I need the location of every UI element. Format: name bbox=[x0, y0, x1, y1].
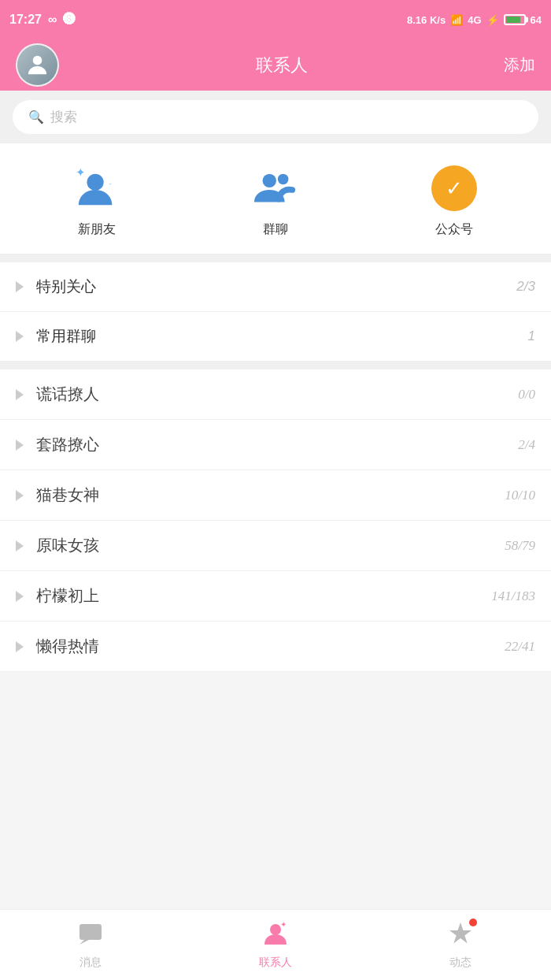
common-groups-count: 1 bbox=[528, 329, 535, 344]
svg-marker-7 bbox=[80, 940, 89, 945]
sub-item-label-5: 懒得热情 bbox=[36, 636, 99, 657]
search-placeholder: 搜索 bbox=[50, 108, 77, 126]
sub-item-3[interactable]: 原味女孩 58/79 bbox=[0, 521, 551, 571]
app-icon: 🅢 bbox=[63, 13, 76, 27]
list-item-left: 特别关心 bbox=[16, 277, 96, 297]
sub-arrow-2 bbox=[16, 490, 24, 501]
infinity-icon: ∞ bbox=[48, 13, 57, 27]
sub-item-label-1: 套路撩心 bbox=[36, 434, 99, 455]
sub-item-left-5: 懒得热情 bbox=[16, 636, 99, 657]
divider-1 bbox=[0, 254, 551, 262]
special-care-label: 特别关心 bbox=[36, 277, 96, 297]
sub-arrow-0 bbox=[16, 389, 24, 400]
list-item-common-groups[interactable]: 常用群聊 1 bbox=[0, 312, 551, 362]
sub-item-left-3: 原味女孩 bbox=[16, 535, 99, 556]
sub-item-label-0: 谎话撩人 bbox=[36, 384, 99, 405]
avatar[interactable] bbox=[16, 43, 59, 87]
official-account-icon: ✓ bbox=[429, 163, 479, 213]
svg-point-8 bbox=[270, 924, 281, 935]
quick-actions-section: ✦ · 新朋友 群聊 ✓ 公众号 bbox=[0, 143, 551, 254]
divider-2 bbox=[0, 362, 551, 369]
sub-item-1[interactable]: 套路撩心 2/4 bbox=[0, 420, 551, 470]
moments-badge bbox=[469, 919, 477, 926]
official-icon-badge: ✓ bbox=[431, 165, 477, 211]
group-chat-icon bbox=[250, 163, 301, 213]
contacts-icon: ✦ bbox=[263, 921, 288, 952]
nav-item-moments[interactable]: 动态 bbox=[448, 921, 473, 970]
sub-item-count-0: 0/0 bbox=[518, 387, 535, 403]
search-input-wrapper[interactable]: 🔍 搜索 bbox=[13, 100, 538, 134]
list-item-left-2: 常用群聊 bbox=[16, 326, 96, 347]
sub-item-left-0: 谎话撩人 bbox=[16, 384, 99, 405]
sub-item-count-1: 2/4 bbox=[518, 437, 535, 453]
svg-point-5 bbox=[278, 174, 289, 185]
bottom-nav: 消息 ✦ 联系人 动态 bbox=[0, 909, 551, 980]
sub-item-label-3: 原味女孩 bbox=[36, 535, 99, 556]
svg-marker-10 bbox=[449, 922, 471, 944]
svg-point-0 bbox=[33, 56, 43, 65]
official-account-label: 公众号 bbox=[435, 221, 473, 238]
quick-action-official[interactable]: ✓ 公众号 bbox=[429, 163, 479, 238]
common-groups-label: 常用群聊 bbox=[36, 326, 96, 347]
sub-item-0[interactable]: 谎话撩人 0/0 bbox=[0, 369, 551, 420]
group-chat-label: 群聊 bbox=[263, 221, 288, 238]
sub-item-2[interactable]: 猫巷女神 10/10 bbox=[0, 470, 551, 521]
sub-item-count-4: 141/183 bbox=[491, 588, 535, 604]
sub-arrow-3 bbox=[16, 540, 24, 551]
nav-item-messages[interactable]: 消息 bbox=[78, 921, 103, 970]
network-speed: 8.16 K/s bbox=[407, 14, 446, 26]
battery-fill bbox=[506, 17, 520, 23]
sub-item-left-2: 猫巷女神 bbox=[16, 484, 99, 506]
special-care-count: 2/3 bbox=[516, 279, 535, 295]
quick-action-new-friend[interactable]: ✦ · 新朋友 bbox=[72, 163, 122, 238]
status-left: 17:27 ∞ 🅢 bbox=[9, 13, 76, 27]
svg-point-1 bbox=[87, 174, 104, 191]
sub-item-count-2: 10/10 bbox=[505, 488, 535, 503]
battery-indicator bbox=[504, 14, 526, 25]
contacts-label: 联系人 bbox=[259, 956, 292, 970]
arrow-icon bbox=[16, 281, 24, 292]
search-icon: 🔍 bbox=[28, 110, 44, 124]
svg-point-4 bbox=[263, 174, 276, 187]
list-item-special-care[interactable]: 特别关心 2/3 bbox=[0, 262, 551, 312]
sub-item-5[interactable]: 懒得热情 22/41 bbox=[0, 622, 551, 672]
sub-arrow-1 bbox=[16, 440, 24, 451]
svg-rect-6 bbox=[80, 924, 102, 940]
add-button[interactable]: 添加 bbox=[504, 54, 535, 76]
sub-arrow-5 bbox=[16, 641, 24, 652]
svg-text:✦: ✦ bbox=[280, 921, 287, 929]
wifi-icon: 📶 bbox=[450, 14, 463, 26]
messages-icon bbox=[78, 921, 103, 952]
sub-item-4[interactable]: 柠檬初上 141/183 bbox=[0, 571, 551, 622]
moments-icon bbox=[448, 921, 473, 952]
avatar-placeholder bbox=[17, 45, 57, 85]
sub-item-count-5: 22/41 bbox=[505, 639, 535, 655]
svg-text:✦: ✦ bbox=[76, 165, 86, 179]
status-bar: 17:27 ∞ 🅢 8.16 K/s 📶 4G ⚡ 64 bbox=[0, 0, 551, 39]
header: 联系人 添加 bbox=[0, 39, 551, 91]
new-friend-label: 新朋友 bbox=[78, 221, 116, 238]
moments-label: 动态 bbox=[449, 956, 471, 970]
page-title: 联系人 bbox=[256, 54, 308, 77]
sub-arrow-4 bbox=[16, 591, 24, 602]
new-friend-icon: ✦ · bbox=[72, 163, 122, 213]
battery-percent: 64 bbox=[531, 14, 542, 26]
nav-item-contacts[interactable]: ✦ 联系人 bbox=[259, 921, 292, 970]
arrow-icon-2 bbox=[16, 331, 24, 342]
signal-icon: 4G bbox=[468, 14, 481, 26]
sub-item-label-4: 柠檬初上 bbox=[36, 585, 99, 607]
content-spacer bbox=[0, 672, 551, 751]
sub-item-left-4: 柠檬初上 bbox=[16, 585, 99, 607]
status-right: 8.16 K/s 📶 4G ⚡ 64 bbox=[407, 14, 542, 26]
sub-item-count-3: 58/79 bbox=[505, 538, 535, 554]
charging-icon: ⚡ bbox=[486, 14, 499, 26]
sub-items-section: 谎话撩人 0/0 套路撩心 2/4 猫巷女神 10/10 原味女孩 58/79 … bbox=[0, 369, 551, 672]
sub-item-left-1: 套路撩心 bbox=[16, 434, 99, 455]
svg-text:·: · bbox=[109, 178, 112, 188]
time-display: 17:27 bbox=[9, 13, 42, 27]
messages-label: 消息 bbox=[80, 956, 102, 970]
sub-item-label-2: 猫巷女神 bbox=[36, 484, 99, 506]
quick-action-group-chat[interactable]: 群聊 bbox=[250, 163, 301, 238]
search-bar-container: 🔍 搜索 bbox=[0, 91, 551, 143]
main-list-section: 特别关心 2/3 常用群聊 1 bbox=[0, 262, 551, 362]
